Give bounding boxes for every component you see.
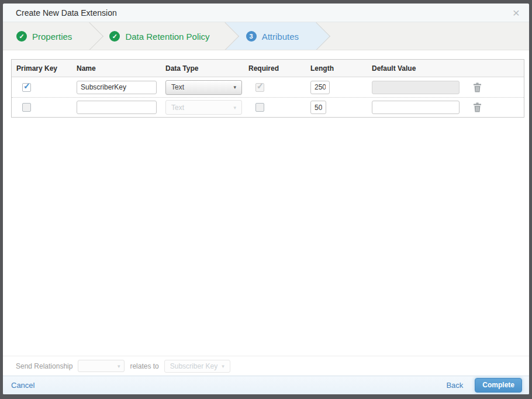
delete-row-button[interactable] [473,82,482,92]
wizard-step-properties[interactable]: ✓ Properties [3,22,89,50]
default-value-input[interactable] [372,101,460,114]
chevron-down-icon: ▾ [118,363,120,369]
relates-to-label: relates to [130,362,158,370]
length-input[interactable] [310,81,330,94]
wizard-step-data-retention-policy[interactable]: ✓ Data Retention Policy [89,22,224,50]
step-label: Properties [32,32,72,42]
delete-row-button[interactable] [473,102,482,112]
relates-to-field-value: Subscriber Key [170,362,217,370]
attributes-table: Primary Key Name Data Type Required Leng… [11,59,524,118]
col-header-default-value: Default Value [367,64,462,73]
col-header-data-type: Data Type [161,64,244,73]
primary-key-checkbox[interactable]: ✓ [22,103,31,112]
data-type-select: Text ▾ [165,100,242,115]
step-number-icon: 3 [246,31,257,42]
table-row: ✓ Text ▾ ✓ [12,97,524,117]
step-label: Attributes [262,32,299,42]
check-circle-icon: ✓ [16,31,27,42]
back-link[interactable]: Back [446,381,463,390]
col-header-name: Name [72,64,161,73]
length-input[interactable] [310,101,326,114]
cancel-link[interactable]: Cancel [11,381,34,390]
modal-footer: Cancel Back Complete [3,376,529,394]
attributes-panel: Primary Key Name Data Type Required Leng… [3,50,529,356]
step-chevron [302,22,330,50]
send-relationship-select: ▾ [78,360,125,372]
modal-titlebar: Create New Data Extension × [3,4,529,22]
trash-icon [473,82,482,92]
name-input[interactable] [77,81,157,94]
modal-overlay-frame: Create New Data Extension × ✓ Properties… [0,0,532,399]
required-checkbox: ✓ [255,83,264,92]
data-type-select[interactable]: Text ▾ [165,80,242,95]
send-relationship-row: Send Relationship ▾ relates to Subscribe… [3,356,529,376]
primary-key-checkbox[interactable]: ✓ [22,83,31,92]
table-header-row: Primary Key Name Data Type Required Leng… [12,60,524,77]
trash-icon [473,102,482,112]
modal-title: Create New Data Extension [3,4,529,22]
required-checkbox[interactable]: ✓ [255,103,264,112]
col-header-length: Length [306,64,367,73]
send-relationship-label: Send Relationship [16,362,72,370]
name-input[interactable] [77,101,157,114]
close-icon[interactable]: × [510,6,522,20]
data-type-value: Text [171,104,184,112]
create-data-extension-modal: Create New Data Extension × ✓ Properties… [3,4,529,394]
default-value-input [372,81,460,94]
relates-to-field-select: Subscriber Key ▾ [164,360,230,373]
complete-button[interactable]: Complete [475,378,522,393]
chevron-down-icon: ▾ [233,105,236,111]
chevron-down-icon: ▾ [233,84,236,90]
col-header-required: Required [244,64,306,73]
data-type-value: Text [171,83,184,91]
check-circle-icon: ✓ [109,31,120,42]
chevron-down-icon: ▾ [222,363,224,369]
col-header-primary-key: Primary Key [12,64,72,73]
check-icon: ✓ [23,81,30,91]
check-icon: ✓ [257,81,264,91]
wizard-steps: ✓ Properties ✓ Data Retention Policy 3 A… [3,22,529,50]
step-label: Data Retention Policy [125,32,209,42]
table-row: ✓ Text ▾ ✓ [12,77,524,97]
